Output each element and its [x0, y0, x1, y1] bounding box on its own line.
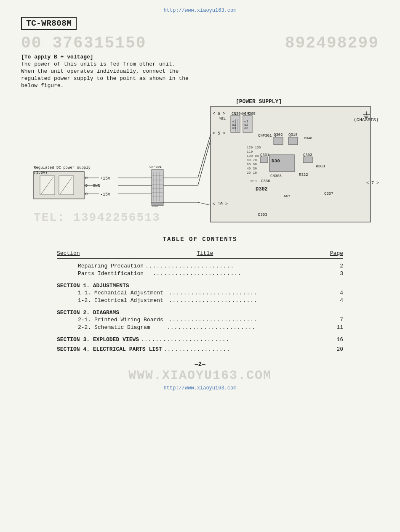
watermark-row: 00 376315150 892498299 — [21, 34, 379, 52]
svg-text:R303: R303 — [316, 164, 325, 169]
intro-line-4: below figure. — [21, 82, 379, 89]
svg-text:+15V: +15V — [100, 176, 110, 181]
circuit-diagram-area: [POWER SUPPLY] (CHASSIS) CN304 CN305 WHT… — [21, 94, 379, 228]
svg-text:WHT: WHT — [284, 194, 291, 198]
svg-text:o3: o3 — [232, 126, 236, 130]
svg-text:-15V: -15V — [100, 192, 110, 197]
svg-text:CNP301: CNP301 — [258, 134, 272, 138]
bottom-url: http://www.xiaoyu163.com — [21, 385, 379, 391]
toc-page-section4: 20 — [336, 346, 343, 352]
svg-text:40  30: 40 30 — [247, 167, 257, 170]
toc-entries: Repairing Precaution ...................… — [57, 263, 343, 352]
svg-text:D302: D302 — [256, 186, 268, 192]
toc-dots-section4: .................. — [164, 346, 334, 352]
svg-text:(3.0A): (3.0A) — [34, 171, 47, 175]
toc-header-title: Title — [197, 250, 213, 257]
svg-text:Q302: Q302 — [274, 133, 283, 137]
toc-entry-repairing: Repairing Precaution ...................… — [57, 263, 343, 269]
watermark-left: 00 376315150 — [21, 34, 147, 52]
svg-rect-81 — [152, 202, 163, 206]
svg-text:R322: R322 — [299, 173, 308, 177]
toc-heading-section2: SECTION 2. DIAGRAMS — [57, 310, 343, 316]
toc-label-section3: SECTION 3. EXPLODED VIEWS — [57, 336, 139, 343]
svg-text:100 90: 100 90 — [247, 154, 259, 158]
toc-entry-schematic: 2-2. Schematic Diagram .................… — [57, 324, 343, 331]
svg-rect-30 — [260, 157, 268, 163]
toc-label-pwb: 2-1. Printed Wiring Boards — [78, 317, 163, 323]
svg-text:GND: GND — [93, 184, 100, 188]
circuit-diagram-svg: [POWER SUPPLY] (CHASSIS) CN304 CN305 WHT… — [21, 94, 379, 228]
svg-text:60  50: 60 50 — [247, 162, 257, 166]
toc-page-parts: 3 — [336, 270, 343, 277]
watermark-bottom: WWW.XIAOYU163.COM — [21, 368, 379, 383]
svg-text:RED: RED — [251, 179, 257, 183]
toc-dots-elec: ........................ — [165, 297, 334, 304]
toc-dots-parts: ........................ — [145, 270, 334, 277]
toc-dots-schematic: ........................ — [152, 324, 334, 331]
toc-column-headers: Section Title Page — [57, 250, 343, 259]
toc-label-mech: 1-1. Mechanical Adjustment — [78, 290, 163, 296]
toc-header-page: Page — [330, 250, 343, 257]
toc-heading-section1: SECTION 1. ADJUSTMENTS — [57, 283, 343, 289]
toc-label-elec: 1-2. Electrical Adjustment — [78, 297, 163, 304]
svg-text:< 5 >: < 5 > — [213, 131, 225, 136]
svg-text:< 10 >: < 10 > — [213, 202, 228, 206]
toc-entry-parts: Parts Identification ...................… — [57, 270, 343, 277]
toc-page-repairing: 2 — [336, 263, 343, 269]
toc-title: TABLE OF CONTENTS — [21, 236, 379, 243]
toc-page-section3: 16 — [336, 336, 343, 343]
svg-text:120 130: 120 130 — [247, 146, 261, 149]
svg-text:C307: C307 — [324, 192, 333, 196]
model-header: TC-WR808M — [21, 17, 77, 30]
svg-text:C336: C336 — [261, 179, 270, 183]
svg-text:[POWER SUPPLY]: [POWER SUPPLY] — [236, 98, 282, 105]
svg-text:CN303: CN303 — [270, 174, 282, 178]
svg-text:YEL: YEL — [219, 117, 226, 121]
toc-page-pwb: 7 — [336, 317, 343, 323]
svg-text:80  70: 80 70 — [247, 158, 257, 162]
toc-label-section4: SECTION 4. ELECTRICAL PARTS LIST — [57, 346, 162, 352]
toc-header-section: Section — [57, 250, 80, 257]
toc-entry-section4: SECTION 4. ELECTRICAL PARTS LIST .......… — [57, 346, 343, 352]
watermark-right: 892498299 — [285, 34, 379, 52]
intro-line-2: When the unit operates individually, con… — [21, 68, 379, 74]
intro-line-1: The power of this units is fed from othe… — [21, 61, 379, 67]
top-url: http://www.xiaoyu163.com — [21, 8, 379, 13]
toc-page-elec: 4 — [336, 297, 343, 304]
intro-section: [To apply B + voltage] The power of this… — [21, 54, 379, 89]
toc-dots-pwb: ........................ — [165, 317, 334, 323]
toc-entry-mech: 1-1. Mechanical Adjustment .............… — [57, 290, 343, 296]
toc-label-parts: Parts Identification — [78, 270, 144, 277]
toc-entry-pwb: 2-1. Printed Wiring Boards .............… — [57, 317, 343, 323]
svg-rect-69 — [152, 169, 163, 203]
intro-title: [To apply B + voltage] — [21, 54, 379, 60]
page: http://www.xiaoyu163.com TC-WR808M 00 37… — [0, 0, 400, 532]
svg-text:o3: o3 — [244, 126, 248, 130]
svg-text:WHT: WHT — [243, 111, 250, 116]
toc-page-mech: 4 — [336, 290, 343, 296]
toc-label-schematic: 2-2. Schematic Diagram — [78, 324, 150, 331]
toc-dots-section3: ........................ — [141, 336, 334, 343]
svg-text:CNP301: CNP301 — [149, 165, 162, 169]
svg-text:C340: C340 — [304, 136, 312, 140]
toc-dots-repairing: ........................ — [145, 263, 334, 269]
svg-rect-23 — [274, 137, 283, 145]
toc-dots-mech: ........................ — [165, 290, 334, 296]
toc-section: TABLE OF CONTENTS Section Title Page Rep… — [21, 236, 379, 352]
toc-entry-section3: SECTION 3. EXPLODED VIEWS ..............… — [57, 336, 343, 343]
svg-text:Q318: Q318 — [288, 133, 298, 137]
page-number: —2— — [21, 361, 379, 368]
svg-text:< 7 >: < 7 > — [366, 181, 379, 185]
svg-text:(CHASSIS): (CHASSIS) — [354, 117, 379, 122]
svg-text:D30: D30 — [272, 159, 280, 164]
svg-text:D303: D303 — [258, 213, 267, 217]
svg-rect-25 — [288, 137, 298, 145]
svg-text:Regulated DC power supply: Regulated DC power supply — [34, 166, 91, 170]
toc-page-schematic: 11 — [336, 324, 343, 331]
svg-rect-32 — [303, 157, 312, 163]
svg-text:110: 110 — [247, 150, 253, 154]
intro-line-3: regulated power supply to the point as s… — [21, 75, 379, 82]
svg-text:20  10: 20 10 — [247, 171, 257, 175]
svg-text:< 6 >: < 6 > — [213, 111, 225, 116]
toc-entry-elec: 1-2. Electrical Adjustment .............… — [57, 297, 343, 304]
